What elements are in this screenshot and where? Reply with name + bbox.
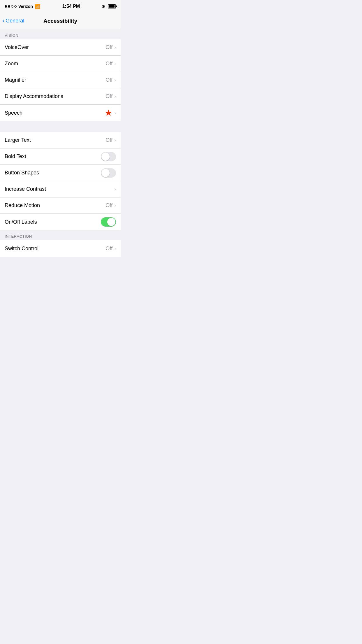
text-group: Larger Text Off › Bold Text Button Shape…: [0, 132, 121, 230]
row-button-shapes[interactable]: Button Shapes: [0, 165, 121, 181]
increase-contrast-label: Increase Contrast: [5, 186, 114, 192]
row-larger-text[interactable]: Larger Text Off ›: [0, 132, 121, 148]
zoom-value: Off: [106, 61, 113, 67]
status-bar: Verizon 📶 1:54 PM ✱: [0, 0, 121, 13]
section-header-interaction: INTERACTION: [0, 230, 121, 240]
larger-text-chevron: ›: [114, 137, 116, 143]
voiceover-right: Off ›: [106, 44, 116, 50]
speech-chevron: ›: [114, 110, 116, 116]
voiceover-label: VoiceOver: [5, 44, 106, 50]
row-voiceover[interactable]: VoiceOver Off ›: [0, 39, 121, 56]
speech-label: Speech: [5, 110, 105, 116]
interaction-group: Switch Control Off ›: [0, 240, 121, 257]
star-icon: ★: [105, 108, 113, 117]
row-bold-text[interactable]: Bold Text: [0, 148, 121, 165]
row-speech[interactable]: Speech ★ ›: [0, 105, 121, 121]
zoom-label: Zoom: [5, 61, 106, 67]
button-shapes-toggle[interactable]: [101, 168, 116, 178]
battery-indicator: [108, 4, 116, 8]
magnifier-label: Magnifier: [5, 77, 106, 83]
signal-dots: [5, 5, 17, 8]
status-left: Verizon 📶: [5, 4, 41, 9]
reduce-motion-value: Off: [106, 202, 113, 209]
row-display-accommodations[interactable]: Display Accommodations Off ›: [0, 88, 121, 105]
bold-text-toggle-thumb: [101, 153, 110, 161]
row-increase-contrast[interactable]: Increase Contrast ›: [0, 181, 121, 197]
onoff-labels-right: [101, 217, 116, 227]
button-shapes-label: Button Shapes: [5, 170, 101, 176]
magnifier-right: Off ›: [106, 77, 116, 83]
switch-control-chevron: ›: [114, 246, 116, 252]
increase-contrast-chevron: ›: [114, 186, 116, 192]
row-onoff-labels[interactable]: On/Off Labels: [0, 214, 121, 230]
status-time: 1:54 PM: [62, 4, 80, 9]
onoff-labels-label: On/Off Labels: [5, 219, 101, 225]
switch-control-value: Off: [106, 246, 113, 252]
back-label: General: [6, 18, 24, 24]
magnifier-chevron: ›: [114, 77, 116, 83]
zoom-chevron: ›: [114, 61, 116, 67]
display-accommodations-label: Display Accommodations: [5, 93, 106, 99]
bold-text-toggle[interactable]: [101, 152, 116, 161]
row-zoom[interactable]: Zoom Off ›: [0, 56, 121, 72]
voiceover-chevron: ›: [114, 44, 116, 50]
row-switch-control[interactable]: Switch Control Off ›: [0, 240, 121, 257]
display-accommodations-value: Off: [106, 93, 113, 99]
increase-contrast-right: ›: [114, 186, 116, 192]
section-header-vision: VISION: [0, 29, 121, 39]
battery-fill: [109, 5, 115, 8]
magnifier-value: Off: [106, 77, 113, 83]
switch-control-right: Off ›: [106, 246, 116, 252]
onoff-labels-toggle-thumb: [107, 218, 115, 226]
larger-text-right: Off ›: [106, 137, 116, 143]
reduce-motion-right: Off ›: [106, 202, 116, 209]
reduce-motion-chevron: ›: [114, 202, 116, 209]
switch-control-label: Switch Control: [5, 246, 106, 252]
nav-bar: ‹ General Accessibility: [0, 13, 121, 29]
dot-3: [11, 5, 13, 8]
back-button[interactable]: ‹ General: [2, 18, 24, 24]
page-title: Accessibility: [43, 18, 77, 24]
zoom-right: Off ›: [106, 61, 116, 67]
button-shapes-toggle-thumb: [101, 169, 110, 177]
button-shapes-right: [101, 168, 116, 178]
display-accommodations-chevron: ›: [114, 93, 116, 99]
row-reduce-motion[interactable]: Reduce Motion Off ›: [0, 197, 121, 214]
bold-text-right: [101, 152, 116, 161]
dot-1: [5, 5, 7, 8]
speech-right: ★ ›: [105, 108, 116, 117]
row-magnifier[interactable]: Magnifier Off ›: [0, 72, 121, 88]
reduce-motion-label: Reduce Motion: [5, 202, 106, 209]
larger-text-value: Off: [106, 137, 113, 143]
dot-4: [14, 5, 17, 8]
voiceover-value: Off: [106, 44, 113, 50]
display-accommodations-right: Off ›: [106, 93, 116, 99]
dot-2: [8, 5, 10, 8]
bluetooth-icon: ✱: [102, 4, 106, 9]
section-gap-1: [0, 121, 121, 132]
larger-text-label: Larger Text: [5, 137, 106, 143]
back-arrow-icon: ‹: [2, 18, 4, 24]
onoff-labels-toggle[interactable]: [101, 217, 116, 227]
wifi-icon: 📶: [35, 4, 41, 9]
status-right: ✱: [102, 4, 116, 9]
carrier-label: Verizon: [18, 4, 33, 9]
vision-group: VoiceOver Off › Zoom Off › Magnifier Off…: [0, 39, 121, 121]
bold-text-label: Bold Text: [5, 153, 101, 160]
